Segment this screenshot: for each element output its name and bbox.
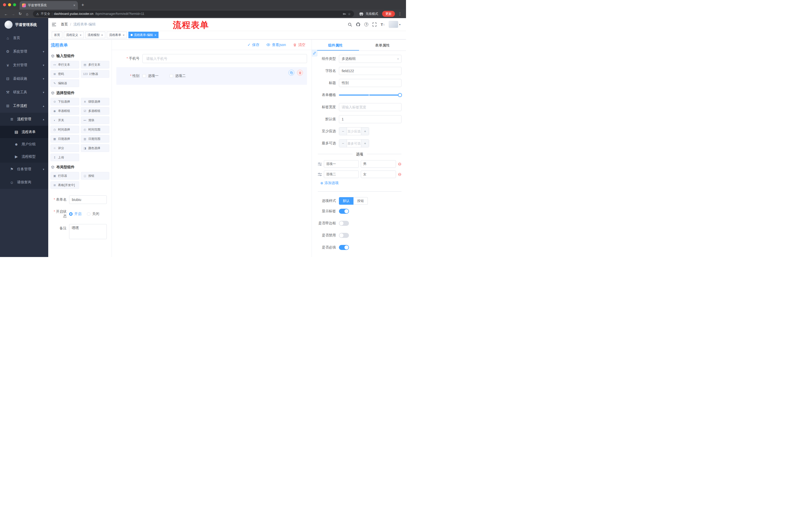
sidebar-item-process-management[interactable]: ≣ 流程管理 ▴	[0, 113, 48, 126]
tag-home[interactable]: 首页	[52, 32, 62, 38]
add-option-button[interactable]: ⊕ 添加选项	[320, 181, 402, 185]
close-icon[interactable]: ×	[123, 33, 125, 37]
back-button[interactable]: ←	[2, 12, 9, 16]
min-select-input[interactable]	[347, 128, 361, 135]
sidebar-item-system-management[interactable]: ⚙ 系统管理 ▾	[0, 45, 48, 58]
checkbox-option-1[interactable]: 选项一	[142, 74, 158, 78]
checkbox-option-2[interactable]: 选项二	[170, 74, 186, 78]
close-icon[interactable]: ×	[101, 33, 103, 37]
grid-slider[interactable]	[339, 91, 402, 99]
comp-time-picker[interactable]: ◷时间选择	[51, 126, 79, 133]
label-width-input[interactable]	[339, 103, 402, 111]
comp-textarea[interactable]: ▤多行文本	[81, 61, 110, 69]
radio-disabled[interactable]: 关闭	[87, 212, 99, 216]
sidebar-item-user-group[interactable]: ☻ 用户分组	[0, 138, 48, 151]
password-key-icon[interactable]	[343, 12, 346, 16]
tab-form-props[interactable]: 表单属性	[359, 40, 406, 51]
radio-enabled[interactable]: 开启	[69, 212, 81, 216]
comp-date-range[interactable]: ▥日期范围	[81, 135, 110, 142]
user-avatar[interactable]: ▾	[389, 21, 401, 28]
sidebar-item-payment-management[interactable]: ¥ 支付管理 ▾	[0, 58, 48, 72]
option-value-input[interactable]	[361, 160, 396, 168]
drag-handle-icon[interactable]	[318, 173, 322, 176]
help-icon[interactable]: ?	[364, 22, 368, 26]
forward-button[interactable]: →	[9, 12, 17, 16]
comp-date-picker[interactable]: ▦日期选择	[51, 135, 79, 142]
comp-rich-editor[interactable]: ✎编辑器	[51, 79, 79, 87]
tag-process-form[interactable]: 流程表单 ×	[107, 32, 127, 38]
comp-cascader[interactable]: ⋔级联选择	[81, 98, 110, 105]
slider-handle[interactable]	[398, 93, 402, 97]
border-toggle[interactable]	[339, 221, 349, 226]
phone-input[interactable]	[142, 54, 307, 63]
tag-process-definition[interactable]: 流程定义 ×	[64, 32, 84, 38]
title-input[interactable]	[339, 79, 402, 87]
component-type-select[interactable]: 多选框组 ▾	[339, 55, 402, 63]
comp-table[interactable]: ⊞表格[开发中]	[51, 181, 79, 189]
github-icon[interactable]	[356, 22, 360, 27]
remove-option-icon[interactable]: ⊖	[398, 162, 402, 166]
form-remark-textarea[interactable]: 嘿嘿	[69, 224, 107, 239]
tab-close-icon[interactable]: ×	[74, 3, 76, 7]
comp-select[interactable]: ⊙下拉选择	[51, 98, 79, 105]
sidebar-item-leave-query[interactable]: ☺ 请假查询	[0, 176, 48, 189]
search-icon[interactable]	[348, 22, 352, 27]
sidebar-item-home[interactable]: ⌂ 首页	[0, 31, 48, 45]
sidebar-item-process-model[interactable]: ▶ 流程模型	[0, 151, 48, 163]
decrease-button[interactable]: −	[339, 128, 347, 135]
tag-process-form-edit[interactable]: 流程表单-编辑 ×	[128, 32, 159, 38]
required-toggle[interactable]	[339, 245, 349, 250]
disabled-toggle[interactable]	[339, 233, 349, 238]
option-name-input[interactable]	[324, 160, 359, 168]
option-value-input[interactable]	[361, 170, 396, 178]
comp-time-range[interactable]: ◴时间范围	[81, 126, 110, 133]
clear-button[interactable]: 清空	[293, 43, 306, 47]
font-size-icon[interactable]: T↕	[381, 22, 385, 27]
default-value-input[interactable]	[339, 115, 402, 123]
max-select-input[interactable]	[347, 140, 361, 147]
browser-tab[interactable]: 芋道管理系统 ×	[20, 1, 78, 9]
collapse-sidebar-icon[interactable]	[52, 23, 56, 26]
comp-row-container[interactable]: ▣行容器	[51, 172, 79, 180]
address-bar[interactable]: ⚠ 不安全 dashboard.yudao.iocoder.cn/bpm/man…	[33, 10, 354, 17]
sidebar-item-infrastructure[interactable]: ⊟ 基础设施 ▾	[0, 72, 48, 85]
comp-checkbox-group[interactable]: ☑多选框组	[81, 107, 110, 115]
delete-component-button[interactable]	[297, 70, 303, 76]
canvas-field-gender-selected[interactable]: 性别 选项一 选项二	[116, 67, 307, 85]
style-default-button[interactable]: 默认	[339, 197, 353, 205]
tab-component-props[interactable]: 组件属性	[312, 40, 359, 51]
remove-option-icon[interactable]: ⊖	[398, 172, 402, 177]
comp-switch[interactable]: ◐开关	[51, 116, 79, 124]
view-json-button[interactable]: 查看json	[266, 43, 286, 47]
home-button[interactable]: ⌂	[24, 12, 31, 16]
security-warning-icon[interactable]: ⚠	[36, 12, 39, 16]
style-button-button[interactable]: 按钮	[353, 197, 368, 205]
close-window-button[interactable]	[3, 3, 6, 6]
update-button[interactable]: 更新	[382, 11, 395, 17]
comp-upload[interactable]: ↥上传	[51, 154, 79, 161]
browser-menu-icon[interactable]: ⋮	[397, 11, 404, 16]
increase-button[interactable]: +	[361, 128, 369, 135]
sidebar-item-workflow[interactable]: ⊞ 工作流程 ▴	[0, 99, 48, 113]
comp-color-picker[interactable]: ◨颜色选择	[81, 144, 110, 152]
show-label-toggle[interactable]	[339, 209, 349, 214]
drag-handle-icon[interactable]	[318, 162, 322, 166]
tag-process-model[interactable]: 流程模型 ×	[85, 32, 106, 38]
comp-rate[interactable]: ☆评分	[51, 144, 79, 152]
increase-button[interactable]: +	[361, 140, 369, 147]
comp-text-input[interactable]: ▭单行文本	[51, 61, 79, 69]
save-button[interactable]: ✓ 保存	[248, 43, 260, 47]
fullscreen-icon[interactable]	[372, 22, 377, 27]
maximize-window-button[interactable]	[13, 3, 16, 6]
close-icon[interactable]: ×	[154, 33, 156, 37]
comp-radio-group[interactable]: ◉单选框组	[51, 107, 79, 115]
reload-button[interactable]: ↻	[17, 11, 24, 16]
copy-component-button[interactable]	[288, 70, 294, 76]
comp-slider[interactable]: ⊷滑块	[81, 116, 110, 124]
link-icon[interactable]	[312, 50, 317, 56]
minimize-window-button[interactable]	[8, 3, 11, 6]
decrease-button[interactable]: −	[339, 140, 347, 147]
comp-password[interactable]: ⊠密码	[51, 70, 79, 78]
sidebar-item-process-form[interactable]: ▤ 流程表单	[0, 126, 48, 138]
comp-counter[interactable]: 123计数器	[81, 70, 110, 78]
